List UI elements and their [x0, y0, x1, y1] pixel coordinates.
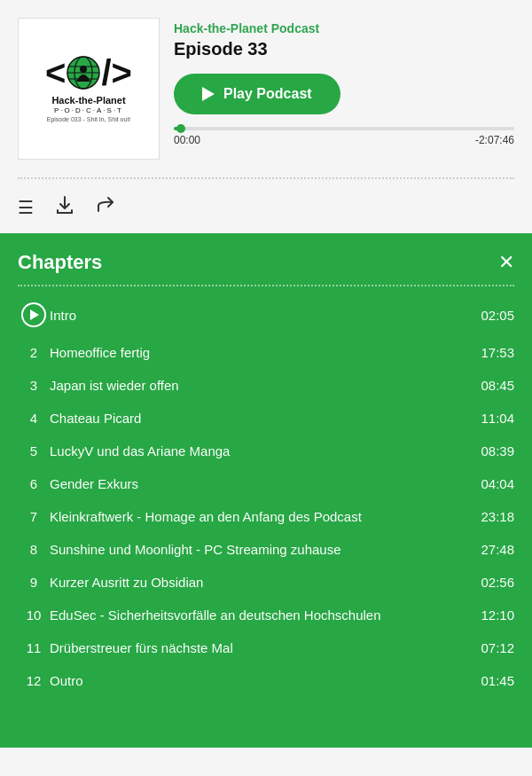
chapters-list-icon[interactable]: ☰ — [18, 197, 34, 218]
chapter-number: 2 — [18, 345, 50, 360]
chapter-number: 8 — [18, 542, 50, 557]
chapter-name: Japan ist wieder offen — [50, 378, 473, 393]
close-button[interactable]: ✕ — [498, 253, 514, 272]
chapter-name: Chateau Picard — [50, 411, 473, 426]
chapter-row[interactable]: 5 LuckyV und das Ariane Manga 08:39 — [18, 435, 514, 467]
play-triangle-icon — [30, 310, 39, 320]
svg-point-6 — [80, 66, 87, 73]
bracket-left: < — [45, 55, 66, 90]
chapter-row[interactable]: 3 Japan ist wieder offen 08:45 — [18, 369, 514, 402]
chapter-name: Kleinkraftwerk - Homage an den Anfang de… — [50, 509, 473, 524]
share-svg — [96, 195, 115, 215]
chapter-row[interactable]: 7 Kleinkraftwerk - Homage an den Anfang … — [18, 500, 514, 533]
time-remaining: -2:07:46 — [475, 134, 514, 146]
episode-title: Episode 33 — [174, 39, 514, 59]
chapter-name: Kurzer Ausritt zu Obsidian — [50, 575, 473, 590]
chapter-time: 23:18 — [481, 509, 514, 524]
chapters-header: Chapters ✕ — [18, 251, 514, 274]
chapter-time: 07:12 — [481, 640, 514, 655]
chapter-time: 27:48 — [481, 542, 514, 557]
show-name: Hack-the-Planet Podcast — [174, 21, 514, 35]
play-podcast-button[interactable]: Play Podcast — [174, 74, 340, 114]
chapter-row[interactable]: 10 EduSec - Sicherheitsvorfälle an deuts… — [18, 599, 514, 631]
chapter-name: Drüberstreuer fürs nächste Mal — [50, 640, 473, 655]
chapter-row[interactable]: 8 Sunshine und Moonlight - PC Streaming … — [18, 533, 514, 566]
download-icon[interactable] — [55, 195, 74, 219]
chapter-row[interactable]: 11 Drüberstreuer fürs nächste Mal 07:12 — [18, 631, 514, 664]
chapter-time: 08:39 — [481, 443, 514, 459]
chapter-number: 6 — [18, 476, 50, 491]
chapter-time: 11:04 — [481, 411, 514, 426]
play-icon — [202, 87, 215, 101]
chapter-time: 02:56 — [481, 575, 514, 590]
chapter-number: 9 — [18, 575, 50, 590]
progress-area[interactable]: 00:00 -2:07:46 — [174, 127, 514, 146]
chapter-time: 02:05 — [481, 308, 514, 323]
chapter-name: Homeoffice fertig — [50, 345, 473, 360]
chapter-number: 10 — [18, 607, 50, 623]
chapter-number: 3 — [18, 378, 50, 393]
chapters-title: Chapters — [18, 251, 102, 274]
time-row: 00:00 -2:07:46 — [174, 134, 514, 146]
chapter-row[interactable]: 12 Outro 01:45 — [18, 664, 514, 697]
progress-bar[interactable] — [174, 127, 514, 130]
progress-dot — [176, 124, 185, 133]
chapter-num-active — [18, 302, 50, 327]
chapter-row[interactable]: 4 Chateau Picard 11:04 — [18, 402, 514, 435]
play-button-label: Play Podcast — [223, 86, 312, 102]
chapter-time: 12:10 — [481, 607, 514, 623]
share-icon[interactable] — [96, 195, 115, 219]
chapter-number: 11 — [18, 640, 50, 655]
chapter-number: 4 — [18, 411, 50, 426]
chapter-row[interactable]: Intro 02:05 — [18, 294, 514, 336]
chapter-row[interactable]: 6 Gender Exkurs 04:04 — [18, 467, 514, 500]
chapter-time: 04:04 — [481, 476, 514, 491]
chapter-name: EduSec - Sicherheitsvorfälle an deutsche… — [50, 607, 473, 623]
chapter-row[interactable]: 2 Homeoffice fertig 17:53 — [18, 336, 514, 369]
play-circle-icon — [21, 302, 46, 327]
chapter-row[interactable]: 9 Kurzer Ausritt zu Obsidian 02:56 — [18, 566, 514, 599]
chapter-number: 5 — [18, 443, 50, 459]
chapters-section: Chapters ✕ Intro 02:05 2 Homeoffice fert… — [0, 233, 532, 748]
chapter-number: 12 — [18, 673, 50, 688]
podcast-artwork: < /> Hack-the-Planet P·O·D·C·A·S·T Epis — [18, 18, 160, 160]
chapter-name: Intro — [50, 308, 473, 323]
chapter-time: 08:45 — [481, 378, 514, 393]
chapter-number: 7 — [18, 509, 50, 524]
podcast-info: Hack-the-Planet Podcast Episode 33 Play … — [174, 18, 514, 146]
chapter-time: 01:45 — [481, 673, 514, 688]
chapter-name: LuckyV und das Ariane Manga — [50, 443, 473, 459]
podcast-header: < /> Hack-the-Planet P·O·D·C·A·S·T Epis — [0, 0, 532, 169]
chapter-name: Outro — [50, 673, 473, 688]
bracket-right: /> — [101, 55, 131, 90]
chapter-name: Gender Exkurs — [50, 476, 473, 491]
download-svg — [55, 195, 74, 215]
art-subtitle: P·O·D·C·A·S·T — [54, 106, 123, 114]
chapter-time: 17:53 — [481, 345, 514, 360]
art-title: Hack-the-Planet — [51, 94, 125, 106]
toolbar: ☰ — [0, 188, 532, 233]
art-episode: Episode 033 - Shit In, Shit out! — [47, 116, 131, 122]
globe-icon — [66, 55, 101, 90]
chapters-list: Intro 02:05 2 Homeoffice fertig 17:53 3 … — [18, 294, 514, 697]
chapters-divider — [18, 285, 514, 286]
chapter-name: Sunshine und Moonlight - PC Streaming zu… — [50, 542, 473, 557]
header-divider — [18, 177, 514, 179]
time-current: 00:00 — [174, 134, 200, 146]
